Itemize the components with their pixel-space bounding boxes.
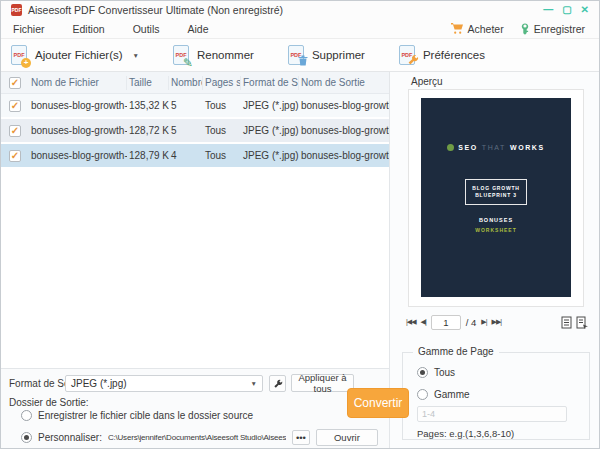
check-icon: ✓ [11, 151, 19, 161]
table-header-row: ✓ Nom de Fichier Taille Nombre Pages sé … [1, 72, 389, 94]
add-files-button[interactable]: PDF + Ajouter Fichier(s) ▼ [11, 45, 139, 65]
buy-button[interactable]: Acheter [451, 23, 503, 35]
seo-logo: SEO THAT WORKS [447, 144, 545, 151]
page-number-input[interactable] [431, 315, 461, 330]
header-format: Format de Sor [241, 76, 299, 90]
rename-label: Renommer [197, 49, 254, 61]
worksheet-text: WORKSHEET [475, 227, 517, 233]
header-size: Taille [127, 76, 169, 90]
range-input[interactable] [417, 406, 567, 422]
page-list-icon[interactable] [561, 316, 572, 329]
page-range-title: Gamme de Page [413, 346, 499, 357]
pdf-delete-icon: PDF [288, 45, 304, 65]
apply-all-button[interactable]: Appliquer à tous [291, 374, 354, 392]
cell-count: 4 [169, 150, 203, 161]
cell-size: 135,32 KB [127, 100, 169, 111]
preview-panel: Aperçu SEO THAT WORKS BLOG GROWTH BLUEPR… [389, 72, 599, 448]
file-table: ✓ Nom de Fichier Taille Nombre Pages sé … [1, 72, 389, 368]
open-folder-button[interactable]: Ouvrir [316, 429, 378, 446]
cell-name: bonuses-blog-growth-bl... [29, 100, 127, 111]
preview-title: Aperçu [411, 76, 443, 87]
bonuses-text: BONUSES [479, 217, 513, 223]
menu-outils[interactable]: Outils [129, 21, 170, 37]
cell-format: JPEG (*.jpg) [241, 100, 299, 111]
page-range-group: Gamme de Page Tous Gamme Pages: e.g.(1,3… [402, 352, 590, 440]
radio-selected-icon[interactable] [417, 367, 428, 378]
app-window: PDF Aiseesoft PDF Convertisseur Ultimate… [0, 0, 600, 449]
check-icon: ✓ [11, 101, 19, 111]
table-row[interactable]: ✓ bonuses-blog-growth-bl... 135,32 KB 5 … [1, 94, 389, 119]
row-checkbox[interactable]: ✓ [9, 100, 21, 112]
pdf-rename-icon: PDF ✎ [173, 45, 189, 65]
delete-button[interactable]: PDF Supprimer [288, 45, 365, 65]
key-icon [520, 23, 530, 35]
range-hint: Pages: e.g.(1,3,6,8-10) [417, 428, 589, 439]
cell-name: bonuses-blog-growth-bl... [29, 150, 127, 161]
browse-button[interactable]: ••• [292, 430, 310, 445]
close-icon[interactable]: ✕ [581, 5, 589, 15]
output-panel: Format de Sortie: JPEG (*.jpg) ▼ Appliqu… [1, 368, 389, 448]
pencil-icon: ✎ [183, 58, 193, 68]
page-total: / 4 [466, 317, 477, 328]
maximize-icon[interactable]: ▢ [562, 5, 571, 15]
table-row-selected[interactable]: ✓ bonuses-blog-growth-bl... 128,79 KB 4 … [1, 144, 389, 169]
register-label: Enregistrer [534, 23, 585, 35]
row-checkbox[interactable]: ✓ [9, 125, 21, 137]
preferences-label: Préférences [423, 49, 485, 61]
page-export-icon[interactable] [576, 316, 588, 329]
previous-page-icon[interactable]: ◀| [421, 318, 426, 326]
radio-unselected-icon[interactable] [417, 389, 428, 400]
trash-icon [298, 55, 308, 66]
menu-aide[interactable]: Aide [183, 21, 218, 37]
format-select[interactable]: JPEG (*.jpg) ▼ [65, 375, 263, 392]
blueprint-line1: BLOG GROWTH [472, 185, 519, 192]
cell-output: bonuses-blog-growth-blueprin... [299, 150, 389, 161]
menu-fichier[interactable]: Fichier [9, 21, 55, 37]
first-page-icon[interactable]: |◀◀ [406, 318, 416, 326]
blueprint-line2: BLUEPRINT 3 [472, 192, 519, 199]
radio-unselected-icon[interactable] [21, 410, 32, 421]
cell-pages: Tous [203, 150, 241, 161]
save-to-source-option[interactable]: Enregistrer le fichier cible dans le dos… [21, 410, 253, 421]
buy-label: Acheter [467, 23, 503, 35]
main-content: ✓ Nom de Fichier Taille Nombre Pages sé … [1, 72, 599, 448]
select-all-checkbox[interactable]: ✓ [9, 77, 21, 89]
cell-size: 128,79 KB [127, 150, 169, 161]
add-files-label: Ajouter Fichier(s) [35, 49, 123, 61]
convert-button[interactable]: Convertir [347, 388, 409, 418]
range-all-label: Tous [434, 367, 455, 378]
radio-selected-icon[interactable] [21, 432, 32, 443]
row-checkbox[interactable]: ✓ [9, 150, 21, 162]
header-name: Nom de Fichier [29, 76, 127, 90]
preferences-button[interactable]: PDF Préférences [399, 45, 485, 65]
customize-option[interactable]: Personnaliser: C:\Users\jennifer\Documen… [21, 429, 378, 446]
logo-that: THAT [482, 144, 506, 151]
menu-bar: Fichier Edition Outils Aide Acheter Enre… [1, 19, 599, 39]
header-output: Nom de Sortie [299, 76, 389, 90]
customize-label: Personnaliser: [38, 432, 102, 443]
range-all-option[interactable]: Tous [417, 367, 589, 378]
last-page-icon[interactable]: ▶▶| [492, 318, 502, 326]
page-navigation: |◀◀ ◀| / 4 ▶| ▶▶| [406, 313, 588, 331]
save-to-source-label: Enregistrer le fichier cible dans le dos… [38, 410, 253, 421]
cart-icon [451, 23, 463, 34]
menu-edition[interactable]: Edition [69, 21, 115, 37]
toolbar: PDF + Ajouter Fichier(s) ▼ PDF ✎ Renomme… [1, 39, 599, 72]
wrench-icon [273, 379, 283, 389]
cell-format: JPEG (*.jpg) [241, 125, 299, 136]
pdf-add-icon: PDF + [11, 45, 27, 65]
logo-dot-icon [447, 144, 454, 151]
format-settings-button[interactable] [269, 375, 286, 392]
check-icon: ✓ [11, 78, 19, 88]
window-title: Aiseesoft PDF Convertisseur Ultimate (No… [28, 4, 283, 16]
output-path: C:\Users\jennifer\Documents\Aiseesoft St… [108, 433, 286, 442]
register-button[interactable]: Enregistrer [520, 23, 585, 35]
table-row[interactable]: ✓ bonuses-blog-growth-bl... 128,72 KB 5 … [1, 119, 389, 144]
cell-name: bonuses-blog-growth-bl... [29, 125, 127, 136]
rename-button[interactable]: PDF ✎ Renommer [173, 45, 254, 65]
next-page-icon[interactable]: ▶| [481, 318, 486, 326]
minimize-icon[interactable]: — [543, 5, 553, 15]
wrench-icon [407, 54, 419, 66]
range-custom-option[interactable]: Gamme [417, 389, 589, 400]
header-count: Nombre [169, 76, 203, 90]
